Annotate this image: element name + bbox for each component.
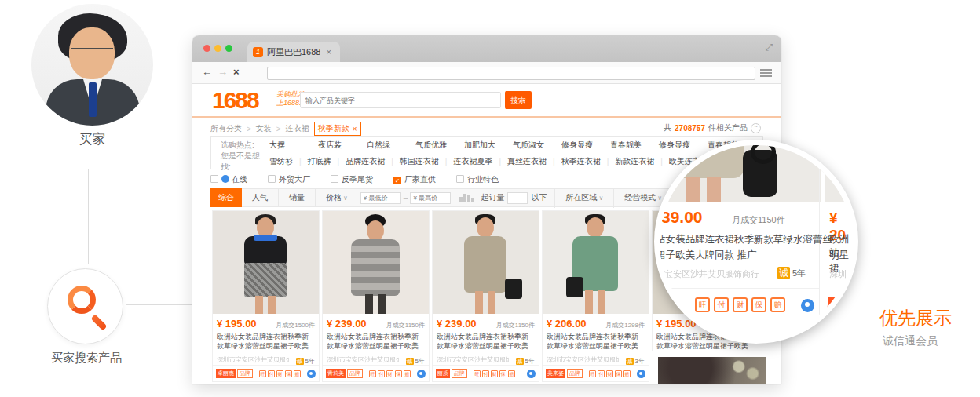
product-title[interactable]: 欧洲站女装品牌连衣裙秋季新款草绿水溶蕾丝明星裙子欧美大牌同款 bbox=[323, 330, 429, 350]
product-search-input[interactable] bbox=[300, 92, 501, 108]
product-card[interactable]: ¥ 195.00月成交1500件 欧洲站女装品牌连衣裙秋季新款草绿水溶蕾丝明星裙… bbox=[212, 210, 320, 382]
fullscreen-icon[interactable]: ⤢ bbox=[765, 42, 770, 53]
chengxin-badge: 诚 bbox=[777, 267, 790, 279]
product-title[interactable]: 欧洲站女装品牌连衣裙秋季新款草绿水溶蕾丝明星裙子欧美大牌同款 bbox=[543, 330, 649, 350]
hot-filter-item[interactable]: 修身显瘦 bbox=[561, 140, 610, 151]
checkbox-offseason[interactable]: 反季尾货 bbox=[331, 174, 373, 185]
breadcrumb-item[interactable]: 连衣裙 bbox=[286, 123, 309, 134]
seller-name[interactable]: 深圳市宝安区沙井艾贝服饰商行 bbox=[327, 355, 399, 364]
suggest-item[interactable]: 雪纺衫 bbox=[269, 156, 293, 167]
service-icon: 付 bbox=[378, 370, 385, 377]
magnified-price: 39.00 bbox=[661, 208, 703, 227]
buyer-label: 买家 bbox=[31, 130, 153, 148]
service-icon: 保 bbox=[751, 297, 766, 312]
next-row-product-photo bbox=[658, 357, 766, 384]
wangwang-chat-icon[interactable] bbox=[307, 370, 316, 378]
product-photo bbox=[543, 211, 649, 314]
service-icon: 旺 bbox=[589, 370, 596, 377]
seller-name[interactable]: 深圳市宝安区沙井艾贝服饰商行 bbox=[547, 355, 619, 364]
moq-label: 起订量 bbox=[481, 192, 504, 203]
product-card[interactable]: ¥ 239.00月成交1150件 欧洲站女装品牌连衣裙秋季新款草绿水溶蕾丝明星裙… bbox=[432, 210, 539, 382]
tab-title: 阿里巴巴1688 bbox=[267, 46, 320, 58]
region-dropdown[interactable]: 所在区域∨ bbox=[554, 188, 614, 208]
hot-filter-item[interactable]: 大摆 bbox=[269, 140, 318, 151]
suggest-item[interactable]: 真丝连衣裙 bbox=[507, 156, 547, 167]
checkbox-factory-direct[interactable]: ✓厂家直供 bbox=[393, 174, 436, 185]
sort-tab-price[interactable]: 价格∨ bbox=[316, 188, 358, 208]
price-histogram-icon bbox=[459, 194, 474, 202]
search-step-bubble bbox=[47, 268, 123, 344]
moq-input[interactable] bbox=[507, 192, 528, 204]
tab-close-icon[interactable]: × bbox=[326, 47, 331, 56]
member-years: 5年 bbox=[415, 358, 425, 365]
hot-filter-item[interactable]: 气质淑女 bbox=[513, 140, 561, 151]
product-card[interactable]: ¥ 239.00月成交1150件 欧洲站女装品牌连衣裙秋季新款草绿水溶蕾丝明星裙… bbox=[322, 210, 430, 382]
brand-badge-suffix: 品牌 bbox=[237, 369, 253, 378]
member-years: 5年 bbox=[525, 358, 535, 365]
filter-tag-label: 秋季新款 bbox=[318, 123, 349, 134]
suggest-item[interactable]: 打底裤 bbox=[308, 156, 331, 167]
hot-filter-row: 选购热点: 大摆 夜店装 自然绿 气质优雅 加肥加大 气质淑女 修身显瘦 青春靓… bbox=[211, 137, 762, 153]
product-price: ¥ 239.00 bbox=[437, 318, 477, 330]
max-price-input[interactable] bbox=[410, 192, 451, 204]
wangwang-chat-icon[interactable] bbox=[527, 370, 536, 378]
magnified-next-seller: 深圳 bbox=[829, 268, 847, 280]
site-logo[interactable]: 1688 bbox=[212, 87, 258, 114]
product-price: ¥ 239.00 bbox=[327, 318, 367, 330]
hot-filter-item[interactable]: 青春靓美 bbox=[610, 140, 659, 151]
hot-filter-item[interactable]: 加肥加大 bbox=[464, 140, 513, 151]
collapse-icon[interactable]: ⌃ bbox=[751, 123, 761, 133]
hot-filter-item[interactable]: 夜店装 bbox=[318, 140, 367, 151]
connector-horizontal bbox=[126, 304, 193, 305]
checkbox-industry-feature[interactable]: 行业特色 bbox=[456, 174, 499, 185]
suggest-item[interactable]: 新款连衣裙 bbox=[615, 156, 654, 167]
breadcrumb-item[interactable]: 女装 bbox=[256, 123, 272, 134]
close-window-button[interactable] bbox=[203, 45, 210, 52]
suggest-item[interactable]: 韩国连衣裙 bbox=[400, 156, 439, 167]
suggest-item[interactable]: 秋季连衣裙 bbox=[561, 156, 601, 167]
suggest-filter-label: 您是不是想找: bbox=[221, 151, 269, 173]
product-title[interactable]: 欧洲站女装品牌连衣裙秋季新款草绿水溶蕾丝明星裙子欧美大牌同款 推广 bbox=[433, 330, 539, 350]
product-volume: 月成交1298件 bbox=[605, 321, 645, 330]
service-icon: 旺 bbox=[259, 370, 266, 377]
browser-tab[interactable]: 1 阿里巴巴1688 × bbox=[247, 42, 340, 62]
service-icon: 财 bbox=[733, 297, 748, 312]
suggest-item[interactable]: 连衣裙夏季 bbox=[453, 156, 492, 167]
product-title[interactable]: 欧洲站女装品牌连衣裙秋季新款草绿水溶蕾丝明星裙子欧美大牌同款 ♛ bbox=[213, 330, 319, 350]
service-icon: 财 bbox=[491, 370, 498, 377]
product-photo bbox=[323, 211, 429, 314]
checkbox-foreign-factory[interactable]: 外贸大厂 bbox=[268, 174, 310, 185]
service-icons: 旺 付 财 保 赔 bbox=[369, 370, 411, 377]
price-range-dash: – bbox=[404, 194, 408, 202]
breadcrumb-item[interactable]: 所有分类 bbox=[210, 123, 242, 134]
hot-filter-item[interactable]: 自然绿 bbox=[367, 140, 415, 151]
seller-name[interactable]: 深圳市宝安区沙井艾贝服饰商行 bbox=[217, 355, 289, 364]
wangwang-chat-icon[interactable] bbox=[417, 370, 426, 378]
checked-icon: ✓ bbox=[393, 177, 401, 184]
seller-name[interactable]: 深圳市宝安区沙井艾贝服饰商行 bbox=[437, 355, 509, 364]
hot-filter-item[interactable]: 修身显瘦 bbox=[659, 140, 708, 151]
filter-tag-close-icon[interactable]: × bbox=[353, 125, 357, 133]
min-price-input[interactable] bbox=[360, 192, 401, 204]
product-card[interactable]: ¥ 206.00月成交1298件 欧洲站女装品牌连衣裙秋季新款草绿水溶蕾丝明星裙… bbox=[542, 210, 649, 382]
online-status-icon bbox=[221, 175, 229, 183]
stop-icon[interactable]: × bbox=[233, 66, 240, 78]
menu-icon[interactable] bbox=[760, 69, 772, 78]
service-icon: 保 bbox=[285, 370, 292, 377]
sort-tab-popularity[interactable]: 人气 bbox=[242, 188, 279, 207]
card-badge-row: 美来姿 品牌 旺 付 财 保 赔 bbox=[543, 365, 649, 381]
minimize-window-button[interactable] bbox=[214, 45, 221, 52]
service-icon: 旺 bbox=[695, 297, 710, 312]
suggest-item[interactable]: 品牌连衣裙 bbox=[346, 156, 385, 167]
address-bar[interactable] bbox=[267, 67, 755, 80]
forward-icon[interactable]: → bbox=[218, 66, 228, 78]
wangwang-chat-icon[interactable] bbox=[637, 370, 645, 378]
filter-tag[interactable]: 秋季新款 × bbox=[314, 122, 361, 136]
zoom-window-button[interactable] bbox=[225, 45, 232, 52]
search-button[interactable]: 搜索 bbox=[505, 91, 532, 109]
back-icon[interactable]: ← bbox=[202, 66, 212, 78]
sort-tab-sales[interactable]: 销量 bbox=[279, 188, 316, 207]
sort-tab-comprehensive[interactable]: 综合 bbox=[210, 188, 242, 207]
hot-filter-item[interactable]: 气质优雅 bbox=[415, 140, 464, 151]
checkbox-online[interactable]: 在线 bbox=[210, 174, 247, 185]
